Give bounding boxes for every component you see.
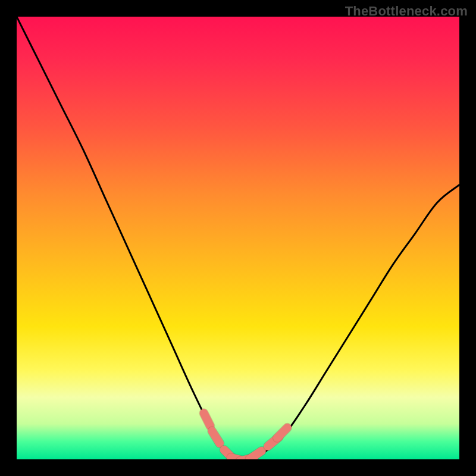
plot-area bbox=[17, 17, 459, 459]
curve-markers bbox=[204, 413, 287, 459]
bottleneck-curve bbox=[17, 17, 459, 459]
chart-svg bbox=[17, 17, 459, 459]
bottleneck-curve-path bbox=[17, 17, 459, 459]
curve-marker bbox=[277, 428, 287, 438]
curve-marker bbox=[204, 413, 211, 425]
chart-frame: TheBottleneck.com bbox=[0, 0, 476, 476]
